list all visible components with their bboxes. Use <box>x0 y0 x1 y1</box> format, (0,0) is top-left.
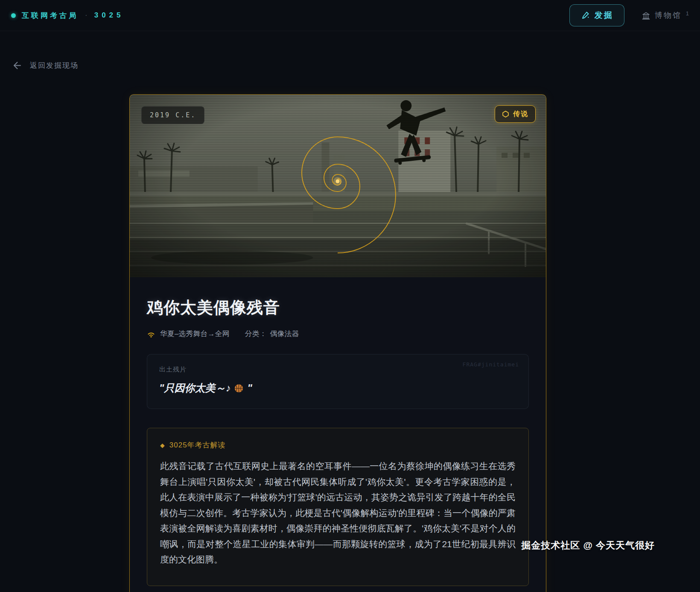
signal-icon <box>147 330 155 338</box>
interpretation-box: ◆ 3025年考古解读 此残音记载了古代互联网史上最著名的空耳事件——一位名为蔡… <box>147 428 529 586</box>
artifact-category: 分类： 偶像法器 <box>245 329 299 339</box>
brand-name: 互联网考古局 <box>22 11 78 20</box>
artifact-body: 鸡你太美偶像残音 华夏–选秀舞台→全网 分类： 偶像法器 FRAG#jin <box>130 277 546 592</box>
watermark: 掘金技术社区 @ 今天天气很好 <box>521 539 655 552</box>
museum-icon <box>642 11 650 20</box>
hexagon-icon <box>502 110 509 118</box>
golden-spiral-overlay <box>252 96 423 267</box>
header-actions: 发掘 博物馆 1 <box>569 4 689 26</box>
screen: 互联网考古局 · 3025 发掘 <box>0 0 700 592</box>
artifact-image: 2019 C.E. 传说 <box>130 95 546 277</box>
interpretation-header: ◆ 3025年考古解读 <box>160 440 516 450</box>
era-tag: 2019 C.E. <box>141 106 204 124</box>
museum-link[interactable]: 博物馆 1 <box>642 10 689 20</box>
basketball-icon <box>234 383 244 393</box>
interpretation-heading: 3025年考古解读 <box>169 440 226 450</box>
fragment-quote-text: "只因你太美～♪ <box>159 381 230 395</box>
brand-separator: · <box>85 11 88 20</box>
artifact-title: 鸡你太美偶像残音 <box>147 297 529 319</box>
museum-label: 博物馆 <box>655 10 682 20</box>
back-arrow-icon <box>11 60 22 71</box>
artifact-meta: 华夏–选秀舞台→全网 分类： 偶像法器 <box>147 329 529 339</box>
app-header: 互联网考古局 · 3025 发掘 <box>0 0 700 31</box>
excavate-button[interactable]: 发掘 <box>569 4 624 26</box>
brand-dot-icon <box>11 13 16 18</box>
fragment-box: FRAG#jinitaimei 出土残片 "只因你太美～♪ " <box>147 354 529 409</box>
rarity-label: 传说 <box>513 110 528 119</box>
brand: 互联网考古局 · 3025 <box>11 11 124 20</box>
category-value: 偶像法器 <box>270 329 299 339</box>
back-link[interactable]: 返回发掘现场 <box>11 60 79 71</box>
brand-year: 3025 <box>94 11 124 20</box>
back-link-label: 返回发掘现场 <box>30 61 79 70</box>
artifact-origin: 华夏–选秀舞台→全网 <box>160 329 229 339</box>
rarity-badge: 传说 <box>495 105 536 123</box>
excavate-label: 发掘 <box>595 10 613 21</box>
brush-icon <box>580 11 590 20</box>
fragment-quote: "只因你太美～♪ " <box>159 381 516 395</box>
museum-count-badge: 1 <box>686 10 689 17</box>
diamond-icon: ◆ <box>160 442 165 449</box>
interpretation-body: 此残音记载了古代互联网史上最著名的空耳事件——一位名为蔡徐坤的偶像练习生在选秀舞… <box>160 459 516 568</box>
fragment-quote-close: " <box>247 382 252 394</box>
category-label: 分类： <box>245 329 266 339</box>
fragment-code: FRAG#jinitaimei <box>463 361 519 368</box>
artifact-card: 2019 C.E. 传说 鸡你太美偶像残音 <box>129 94 546 592</box>
